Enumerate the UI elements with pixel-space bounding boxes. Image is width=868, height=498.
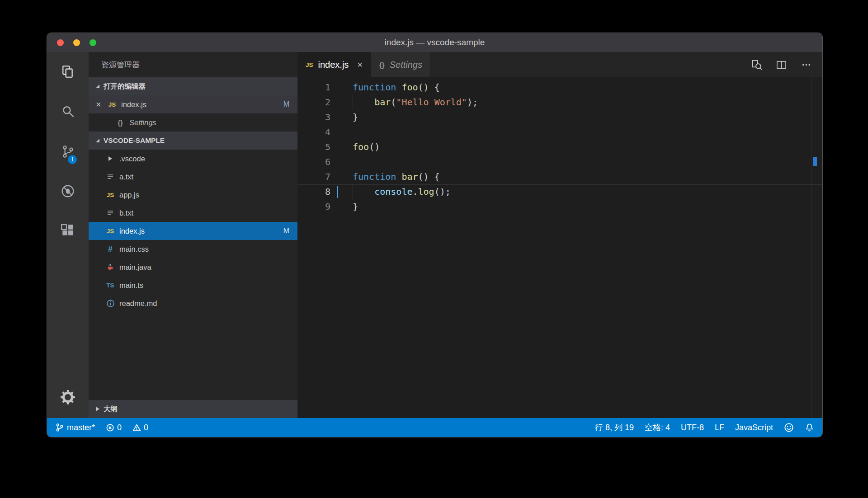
activity-bar: 1: [47, 52, 89, 418]
file-row-indexjs-selected[interactable]: JS index.js M: [89, 222, 297, 240]
file-row-maints[interactable]: TS main.ts: [89, 276, 297, 294]
open-editor-filename: Settings: [129, 118, 156, 127]
titlebar: index.js — vscode-sample: [47, 33, 822, 52]
code-text: }: [353, 110, 358, 125]
tab-indexjs[interactable]: JS index.js ×: [297, 52, 371, 77]
code-line-7[interactable]: 7function bar() {: [297, 169, 822, 184]
code-line-3[interactable]: 3}: [297, 110, 822, 125]
editor-group: JS index.js × {} Settings: [297, 52, 822, 418]
encoding-status[interactable]: UTF-8: [681, 423, 704, 432]
code-line-2[interactable]: 2 bar("Hello World");: [297, 95, 822, 110]
code-line-1[interactable]: 1function foo() {: [297, 80, 822, 95]
file-row-readmemd[interactable]: readme.md: [89, 294, 297, 312]
file-name: main.java: [119, 263, 151, 272]
file-name: a.txt: [119, 173, 133, 181]
code-text: function foo() {: [353, 80, 440, 95]
file-row-btxt[interactable]: b.txt: [89, 204, 297, 222]
code-text: console.log();: [353, 184, 451, 199]
open-editors-section-header[interactable]: 打开的编辑器: [89, 77, 297, 95]
indent-guide: [353, 184, 353, 199]
line-number: 6: [297, 155, 330, 169]
project-section-header[interactable]: VSCODE-SAMPLE: [89, 132, 297, 150]
feedback-smiley-icon[interactable]: [784, 423, 794, 432]
css-icon: #: [104, 244, 117, 254]
eol-status[interactable]: LF: [715, 423, 724, 432]
warnings-status[interactable]: 0: [132, 423, 148, 432]
window-title: index.js — vscode-sample: [385, 38, 485, 47]
braces-icon: {}: [114, 119, 127, 127]
close-tab-icon[interactable]: ×: [357, 60, 363, 70]
language-mode-status[interactable]: JavaScript: [735, 423, 773, 432]
file-row-atxt[interactable]: a.txt: [89, 168, 297, 186]
indentation-status[interactable]: 空格: 4: [645, 422, 670, 433]
js-icon: JS: [104, 192, 117, 198]
cursor-position-status[interactable]: 行 8, 列 19: [595, 422, 634, 433]
outline-section-header[interactable]: 大纲: [89, 400, 297, 418]
line-number: 5: [297, 140, 330, 155]
settings-gear-icon[interactable]: [47, 376, 89, 418]
info-icon: [104, 299, 117, 308]
chevron-expanded-icon: [96, 139, 99, 142]
text-file-icon: [104, 209, 117, 217]
code-line-4[interactable]: 4: [297, 125, 822, 140]
code-line-6[interactable]: 6: [297, 155, 822, 169]
minimize-window-button[interactable]: [73, 39, 80, 46]
open-editor-item-indexjs[interactable]: × JS index.js M: [89, 95, 297, 113]
notifications-bell-icon[interactable]: [805, 423, 814, 432]
line-number: 1: [297, 80, 330, 95]
js-icon: JS: [106, 101, 118, 108]
modified-marker: [813, 157, 817, 166]
error-icon: [106, 423, 114, 432]
code-lines: 1function foo() {2 bar("Hello World");3}…: [297, 80, 822, 214]
braces-icon: {}: [379, 61, 385, 69]
modified-badge: M: [283, 227, 297, 235]
overview-ruler[interactable]: [811, 77, 822, 418]
file-name: index.js: [119, 227, 145, 235]
file-name: main.css: [119, 245, 149, 254]
editor-actions: [750, 52, 822, 77]
open-editors-label: 打开的编辑器: [104, 82, 146, 91]
open-editor-item-settings[interactable]: {} Settings: [89, 113, 297, 132]
vscode-window: index.js — vscode-sample: [47, 33, 822, 437]
branch-name: master*: [67, 423, 95, 432]
split-editor-icon[interactable]: [775, 59, 788, 71]
errors-status[interactable]: 0: [106, 423, 122, 432]
file-row-vscode-folder[interactable]: .vscode: [89, 150, 297, 168]
tab-bar: JS index.js × {} Settings: [297, 52, 822, 77]
code-line-9[interactable]: 9}: [297, 199, 822, 214]
code-text: bar("Hello World");: [353, 95, 478, 110]
code-text: }: [353, 199, 358, 214]
file-name: main.ts: [119, 281, 143, 290]
file-row-maincss[interactable]: # main.css: [89, 240, 297, 258]
project-label: VSCODE-SAMPLE: [104, 136, 165, 145]
window-controls: [57, 33, 96, 52]
line-number: 8: [297, 184, 330, 199]
js-icon: JS: [104, 228, 117, 235]
extensions-icon[interactable]: [47, 211, 89, 251]
sidebar-explorer: 资源管理器 打开的编辑器 × JS index.js M {} Settings…: [89, 52, 297, 418]
git-branch-status[interactable]: master*: [55, 423, 95, 432]
file-row-appjs[interactable]: JS app.js: [89, 186, 297, 204]
file-row-mainjava[interactable]: main.java: [89, 258, 297, 276]
code-line-8[interactable]: 8 console.log();: [297, 184, 822, 199]
zoom-window-button[interactable]: [90, 39, 96, 46]
source-control-icon[interactable]: 1: [47, 132, 89, 171]
close-window-button[interactable]: [57, 39, 64, 46]
code-line-5[interactable]: 5foo(): [297, 140, 822, 155]
file-name: readme.md: [119, 299, 157, 308]
find-in-file-icon[interactable]: [750, 59, 763, 71]
chevron-expanded-icon: [96, 85, 99, 88]
explorer-icon[interactable]: [47, 52, 89, 92]
more-actions-icon[interactable]: [800, 59, 812, 71]
text-file-icon: [104, 173, 117, 181]
search-icon[interactable]: [47, 92, 89, 132]
line-number: 7: [297, 169, 330, 184]
tab-settings[interactable]: {} Settings: [371, 52, 431, 77]
chevron-right-icon: [104, 156, 117, 161]
line-number: 2: [297, 95, 330, 110]
close-icon[interactable]: ×: [96, 99, 106, 110]
chevron-right-icon: [96, 407, 99, 411]
code-editor[interactable]: 1function foo() {2 bar("Hello World");3}…: [297, 77, 822, 418]
debug-icon[interactable]: [47, 171, 89, 211]
warning-count: 0: [144, 423, 148, 432]
